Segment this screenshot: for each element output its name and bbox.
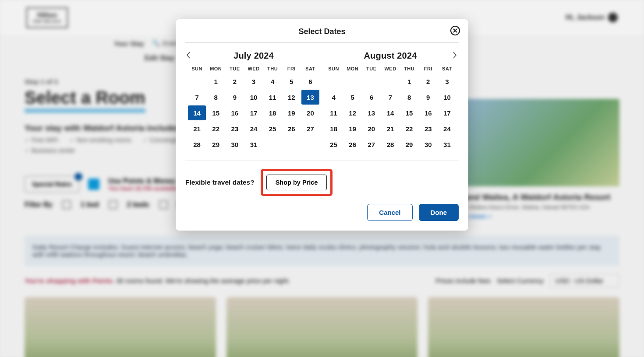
calendar-day[interactable]: 14 — [381, 105, 399, 120]
select-dates-dialog: Select Dates July 2024 SUNMONTUEWEDTHUFR… — [176, 19, 468, 231]
calendar-day[interactable]: 1 — [207, 74, 225, 89]
calendar-day[interactable]: 20 — [362, 121, 380, 136]
dow-label: WED — [381, 66, 399, 74]
calendar-day[interactable]: 17 — [244, 105, 262, 120]
calendar-day[interactable]: 3 — [244, 74, 262, 89]
calendar-month-july: July 2024 SUNMONTUEWEDTHUFRISAT 12345678… — [185, 48, 322, 152]
calendar-day[interactable]: 12 — [343, 105, 361, 120]
calendar-day-blank — [362, 74, 380, 89]
calendar-day[interactable]: 1 — [400, 74, 418, 89]
calendar-day[interactable]: 29 — [400, 137, 418, 152]
calendar-day[interactable]: 16 — [226, 105, 244, 120]
calendar-day[interactable]: 16 — [419, 105, 437, 120]
calendar-day[interactable]: 4 — [264, 74, 282, 89]
calendar-day[interactable]: 22 — [400, 121, 418, 136]
calendar-day[interactable]: 11 — [264, 90, 282, 105]
calendar-day[interactable]: 13 — [301, 90, 319, 105]
calendar-day[interactable]: 24 — [438, 121, 456, 136]
dow-label: FRI — [283, 66, 301, 74]
calendar-day[interactable]: 27 — [362, 137, 380, 152]
calendar-day-blank — [343, 74, 361, 89]
modal-overlay: Select Dates July 2024 SUNMONTUEWEDTHUFR… — [0, 0, 644, 357]
calendar-day[interactable]: 21 — [381, 121, 399, 136]
calendar-day[interactable]: 6 — [362, 90, 380, 105]
calendar-day[interactable]: 8 — [207, 90, 225, 105]
dow-label: TUE — [362, 66, 380, 74]
calendar-day[interactable]: 23 — [419, 121, 437, 136]
dialog-title: Select Dates — [185, 27, 459, 42]
calendar-day[interactable]: 3 — [438, 74, 456, 89]
calendar-day[interactable]: 13 — [362, 105, 380, 120]
calendar-day[interactable]: 6 — [301, 74, 319, 89]
shop-by-price-button[interactable]: Shop by Price — [266, 175, 327, 190]
calendar-day[interactable]: 7 — [188, 90, 206, 105]
calendar-day[interactable]: 10 — [438, 90, 456, 105]
dow-label: TUE — [226, 66, 244, 74]
calendar-month-august: August 2024 SUNMONTUEWEDTHUFRISAT 123456… — [322, 48, 459, 152]
calendar-day[interactable]: 27 — [301, 121, 319, 136]
dow-label: SUN — [325, 66, 343, 74]
calendar-day[interactable]: 17 — [438, 105, 456, 120]
calendar-day[interactable]: 15 — [400, 105, 418, 120]
dow-label: THU — [400, 66, 418, 74]
calendar-day[interactable]: 28 — [188, 137, 206, 152]
dow-label: MON — [207, 66, 225, 74]
calendar-day[interactable]: 25 — [264, 121, 282, 136]
dow-label: WED — [244, 66, 262, 74]
month-title: August 2024 — [325, 51, 456, 61]
calendar-day[interactable]: 5 — [283, 74, 301, 89]
dow-label: THU — [264, 66, 282, 74]
calendar-day[interactable]: 24 — [244, 121, 262, 136]
prev-month-icon[interactable] — [186, 52, 191, 60]
flexible-dates-label: Flexible travel dates? — [185, 178, 255, 186]
calendar-day[interactable]: 2 — [419, 74, 437, 89]
month-title: July 2024 — [188, 51, 319, 61]
calendar-day[interactable]: 23 — [226, 121, 244, 136]
done-button[interactable]: Done — [419, 204, 459, 221]
calendar-day[interactable]: 9 — [419, 90, 437, 105]
calendar-day[interactable]: 18 — [325, 121, 343, 136]
calendar-day[interactable]: 7 — [381, 90, 399, 105]
dow-label: FRI — [419, 66, 437, 74]
calendar-day[interactable]: 30 — [419, 137, 437, 152]
calendar-day[interactable]: 19 — [343, 121, 361, 136]
next-month-icon[interactable] — [453, 52, 458, 60]
calendar-day[interactable]: 19 — [283, 105, 301, 120]
calendar-day[interactable]: 31 — [244, 137, 262, 152]
calendar-day[interactable]: 8 — [400, 90, 418, 105]
calendar-day-blank — [381, 74, 399, 89]
dow-label: SUN — [188, 66, 206, 74]
shop-by-price-highlight: Shop by Price — [261, 169, 333, 196]
calendar-day[interactable]: 10 — [244, 90, 262, 105]
calendar-day[interactable]: 29 — [207, 137, 225, 152]
calendar-day[interactable]: 26 — [283, 121, 301, 136]
calendar-day[interactable]: 30 — [226, 137, 244, 152]
calendar-day[interactable]: 26 — [343, 137, 361, 152]
calendar-day[interactable]: 25 — [325, 137, 343, 152]
calendar-day[interactable]: 11 — [325, 105, 343, 120]
calendar-day[interactable]: 20 — [301, 105, 319, 120]
calendar-day[interactable]: 31 — [438, 137, 456, 152]
calendar-day[interactable]: 12 — [283, 90, 301, 105]
cancel-button[interactable]: Cancel — [367, 204, 412, 221]
calendar-day[interactable]: 28 — [381, 137, 399, 152]
dow-label: MON — [343, 66, 361, 74]
calendar-day[interactable]: 14 — [188, 105, 206, 120]
calendar-day[interactable]: 18 — [264, 105, 282, 120]
close-icon[interactable] — [450, 25, 460, 36]
calendar-day-blank — [325, 74, 343, 89]
calendar-day[interactable]: 4 — [325, 90, 343, 105]
calendar-day[interactable]: 9 — [226, 90, 244, 105]
dow-label: SAT — [438, 66, 456, 74]
calendar-day[interactable]: 21 — [188, 121, 206, 136]
calendar-day[interactable]: 5 — [343, 90, 361, 105]
calendar-day[interactable]: 2 — [226, 74, 244, 89]
dow-label: SAT — [301, 66, 319, 74]
calendar-day-blank — [188, 74, 206, 89]
calendar-day[interactable]: 22 — [207, 121, 225, 136]
calendar-day[interactable]: 15 — [207, 105, 225, 120]
